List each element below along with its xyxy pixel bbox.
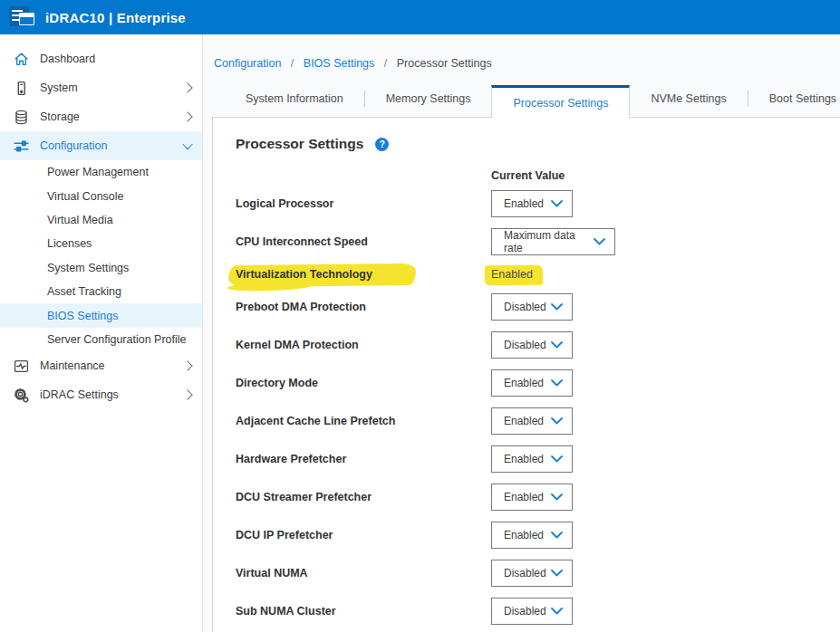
setting-row-kernel-dma-protection: Kernel DMA Protection Disabled <box>213 326 840 364</box>
sliders-icon <box>14 139 29 154</box>
sidebar-subitem-system-settings[interactable]: System Settings <box>0 256 202 280</box>
breadcrumb-link-bios-settings[interactable]: BIOS Settings <box>304 57 375 70</box>
breadcrumb-current: Processor Settings <box>397 57 492 70</box>
chevron-right-icon <box>182 82 192 92</box>
tab-nvme-settings[interactable]: NVMe Settings <box>630 85 747 112</box>
processor-settings-panel: Processor Settings ? Current Value Logic… <box>212 117 840 632</box>
page-title: Processor Settings <box>236 136 363 152</box>
setting-row-directory-mode: Directory Mode Enabled <box>213 364 840 402</box>
sidebar-item-label: Maintenance <box>40 359 105 372</box>
idrac-app: iDRAC10 | Enterprise Dashboard System St… <box>0 0 840 632</box>
dropdown-value: Disabled <box>504 301 551 313</box>
chevron-down-icon <box>551 608 563 615</box>
dropdown-value: Enabled <box>504 453 551 465</box>
sidebar-item-dashboard[interactable]: Dashboard <box>0 44 202 73</box>
adjacent-cache-line-prefetch-dropdown[interactable]: Enabled <box>491 407 573 435</box>
breadcrumb-separator: / <box>384 57 387 70</box>
virtualization-technology-value: Enabled <box>487 266 541 283</box>
sidebar-subitem-label: Virtual Media <box>47 214 113 226</box>
dropdown-value: Enabled <box>504 197 551 210</box>
setting-label: DCU Streamer Prefetcher <box>236 491 491 503</box>
setting-label: Sub NUMA Cluster <box>236 605 491 618</box>
setting-row-adjacent-cache-line-prefetch: Adjacent Cache Line Prefetch Enabled <box>213 402 840 440</box>
sidebar-item-maintenance[interactable]: Maintenance <box>0 351 202 380</box>
tab-boot-settings[interactable]: Boot Settings <box>748 85 840 112</box>
cpu-interconnect-speed-dropdown[interactable]: Maximum data rate <box>491 228 615 255</box>
sidebar-subitem-virtual-console[interactable]: Virtual Console <box>0 184 202 207</box>
setting-row-dcu-streamer-prefetcher: DCU Streamer Prefetcher Enabled <box>213 478 840 516</box>
tab-processor-settings[interactable]: Processor Settings <box>491 85 630 118</box>
chevron-down-icon <box>551 341 563 349</box>
setting-row-cpu-interconnect-speed: CPU Interconnect Speed Maximum data rate <box>213 223 840 261</box>
sidebar-item-label: Dashboard <box>40 53 95 65</box>
sidebar-item-storage[interactable]: Storage <box>0 102 202 131</box>
hardware-prefetcher-dropdown[interactable]: Enabled <box>491 445 573 473</box>
directory-mode-dropdown[interactable]: Enabled <box>491 369 573 397</box>
chevron-right-icon <box>182 360 192 370</box>
sidebar-subitem-label: BIOS Settings <box>47 310 119 322</box>
storage-icon <box>14 110 29 125</box>
setting-label: DCU IP Prefetcher <box>236 529 491 541</box>
kernel-dma-protection-dropdown[interactable]: Disabled <box>491 331 573 359</box>
chevron-down-icon <box>551 200 563 207</box>
sidebar-item-label: System <box>40 81 78 94</box>
breadcrumb-link-configuration[interactable]: Configuration <box>214 57 281 70</box>
tab-system-information[interactable]: System Information <box>225 85 364 112</box>
preboot-dma-protection-dropdown[interactable]: Disabled <box>491 293 573 321</box>
sidebar-subitem-label: Server Configuration Profile <box>47 333 187 346</box>
sidebar-subitem-licenses[interactable]: Licenses <box>0 232 202 255</box>
sidebar-subitem-bios-settings[interactable]: BIOS Settings <box>0 303 202 327</box>
chevron-down-icon <box>551 570 563 577</box>
tab-memory-settings[interactable]: Memory Settings <box>365 85 492 112</box>
sidebar-subitem-label: Asset Tracking <box>47 285 121 298</box>
dcu-streamer-prefetcher-dropdown[interactable]: Enabled <box>491 484 573 511</box>
chevron-right-icon <box>182 111 192 121</box>
dropdown-value: Enabled <box>504 529 551 541</box>
breadcrumb: Configuration / BIOS Settings / Processo… <box>214 57 492 70</box>
sidebar-subitem-server-configuration-profile[interactable]: Server Configuration Profile <box>0 328 202 351</box>
sidebar-subitem-power-management[interactable]: Power Management <box>0 160 202 184</box>
setting-label: Kernel DMA Protection <box>236 339 491 351</box>
chevron-down-icon <box>551 493 563 501</box>
gear-icon <box>14 388 29 403</box>
chevron-down-icon <box>594 238 605 245</box>
setting-label: Virtual NUMA <box>236 567 491 579</box>
breadcrumb-separator: / <box>291 57 294 70</box>
setting-row-preboot-dma-protection: Preboot DMA Protection Disabled <box>213 288 840 326</box>
virtual-numa-dropdown[interactable]: Disabled <box>491 560 573 587</box>
chevron-right-icon <box>182 389 192 399</box>
sidebar-subitem-label: System Settings <box>47 262 129 274</box>
dropdown-value: Disabled <box>504 339 551 351</box>
chevron-down-icon <box>551 303 563 311</box>
server-icon <box>14 81 29 96</box>
current-value-column-header: Current Value <box>491 169 565 182</box>
chevron-down-icon <box>551 455 563 463</box>
setting-row-logical-processor: Logical Processor Enabled <box>213 185 840 223</box>
setting-label: Preboot DMA Protection <box>236 301 491 313</box>
setting-row-virtual-numa: Virtual NUMA Disabled <box>213 554 840 592</box>
sidebar-subitem-asset-tracking[interactable]: Asset Tracking <box>0 280 202 303</box>
sidebar-subitem-label: Licenses <box>47 237 92 250</box>
app-title: iDRAC10 | Enterprise <box>45 10 186 25</box>
sidebar-subitem-label: Power Management <box>47 166 149 178</box>
help-icon[interactable]: ? <box>375 138 389 151</box>
sub-numa-cluster-dropdown[interactable]: Disabled <box>491 598 573 625</box>
setting-label: Logical Processor <box>236 197 491 210</box>
dcu-ip-prefetcher-dropdown[interactable]: Enabled <box>491 522 573 549</box>
logical-processor-dropdown[interactable]: Enabled <box>491 190 573 217</box>
setting-row-sub-numa-cluster: Sub NUMA Cluster Disabled <box>213 592 840 630</box>
highlight-marker: Virtualization Technology <box>231 266 378 283</box>
maintenance-icon <box>14 359 29 374</box>
sidebar-item-system[interactable]: System <box>0 73 202 102</box>
home-icon <box>14 52 29 67</box>
settings-tabstrip: System Information Memory Settings Proce… <box>225 85 840 118</box>
sidebar-subitem-virtual-media[interactable]: Virtual Media <box>0 208 202 232</box>
chevron-down-icon <box>182 139 192 149</box>
setting-label: Adjacent Cache Line Prefetch <box>236 415 491 427</box>
app-header: iDRAC10 | Enterprise <box>0 0 840 34</box>
chevron-down-icon <box>551 417 563 425</box>
sidebar-item-configuration[interactable]: Configuration <box>0 131 202 160</box>
setting-row-dcu-ip-prefetcher: DCU IP Prefetcher Enabled <box>213 516 840 554</box>
sidebar-item-idrac-settings[interactable]: iDRAC Settings <box>0 380 202 409</box>
dropdown-value: Enabled <box>504 491 551 503</box>
